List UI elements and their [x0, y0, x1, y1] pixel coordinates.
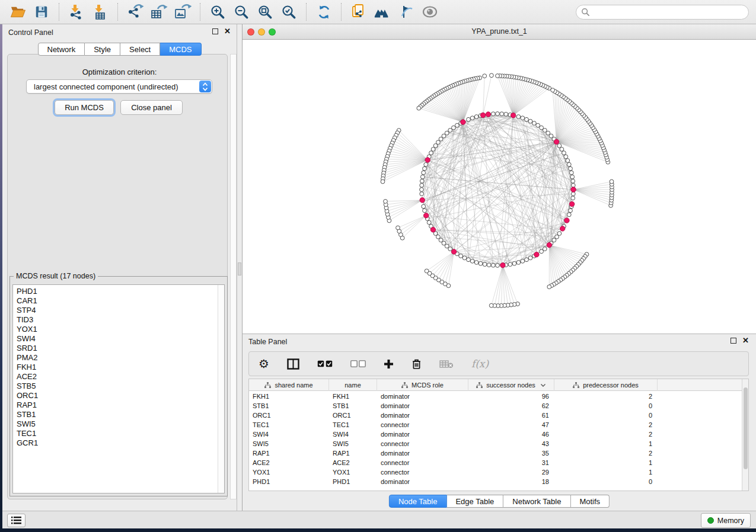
control-tab-mcds[interactable]: MCDS	[160, 43, 201, 56]
zoom-in-icon[interactable]	[209, 3, 227, 21]
select-all-columns-icon[interactable]	[317, 360, 333, 367]
table-row[interactable]: SWI5SWI5connector431	[249, 439, 742, 448]
mcds-result-item[interactable]: SRD1	[13, 344, 217, 353]
close-panel-icon[interactable]: ✕	[742, 338, 749, 344]
mcds-result-item[interactable]: TEC1	[13, 429, 217, 438]
table-tab-edge-table[interactable]: Edge Table	[446, 495, 503, 508]
import-table-icon[interactable]	[91, 3, 109, 21]
control-panel-scrollbar[interactable]	[230, 54, 237, 499]
column-header-shared-name[interactable]: shared name	[249, 379, 329, 391]
table-row[interactable]: FKH1FKH1dominator962	[249, 392, 742, 401]
table-scrollbar-thumb[interactable]	[744, 387, 748, 469]
network-from-selection-icon[interactable]	[350, 3, 368, 21]
float-panel-icon[interactable]	[212, 28, 218, 34]
control-tab-select[interactable]: Select	[120, 43, 160, 56]
open-file-icon[interactable]	[9, 3, 27, 21]
delete-table-icon[interactable]	[439, 360, 454, 368]
table-row[interactable]: PHD1PHD1dominator180	[249, 477, 742, 486]
table-tab-node-table[interactable]: Node Table	[389, 495, 447, 508]
mcds-result-item[interactable]: YOX1	[13, 325, 217, 334]
table-row[interactable]: ORC1ORC1dominator610	[249, 411, 742, 420]
table-cell: YOX1	[249, 467, 329, 477]
table-cell: dominator	[377, 477, 468, 486]
zoom-selected-icon[interactable]	[280, 3, 298, 21]
mcds-list-scrollbar[interactable]	[218, 285, 224, 493]
table-tab-network-table[interactable]: Network Table	[503, 495, 570, 508]
close-panel-icon[interactable]: ✕	[224, 28, 231, 34]
zoom-out-icon[interactable]	[232, 3, 250, 21]
save-session-icon[interactable]	[33, 3, 50, 21]
mcds-result-item[interactable]: GCR1	[13, 438, 217, 448]
zoom-fit-icon[interactable]	[256, 3, 274, 21]
optimization-criterion-select[interactable]: largest connected component (undirected)	[26, 79, 212, 94]
table-row[interactable]: ACE2ACE2connector311	[249, 458, 742, 467]
import-network-icon[interactable]	[68, 3, 85, 21]
table-cell: STB1	[249, 401, 329, 411]
table-cell: dominator	[377, 401, 468, 411]
run-mcds-button[interactable]: Run MCDS	[55, 100, 114, 115]
mcds-result-item[interactable]: SWI5	[13, 419, 217, 429]
table-row[interactable]: TEC1TEC1connector472	[249, 420, 742, 430]
show-columns-icon[interactable]	[287, 358, 299, 370]
table-settings-icon[interactable]: ⚙	[259, 358, 269, 370]
table-cell: ACE2	[249, 458, 329, 467]
close-panel-button[interactable]: Close panel	[120, 100, 183, 115]
show-graphics-details-icon[interactable]	[421, 3, 439, 21]
network-window-titlebar[interactable]: YPA_prune.txt_1	[243, 24, 756, 40]
mcds-result-item[interactable]: FKH1	[13, 363, 217, 372]
vertical-splitter[interactable]	[237, 24, 242, 511]
table-row[interactable]: RAP1RAP1dominator352	[249, 448, 742, 458]
table-cell: 1	[554, 467, 658, 477]
splitter-handle[interactable]	[238, 262, 241, 275]
table-cell: ORC1	[249, 411, 329, 420]
task-history-button[interactable]	[7, 514, 25, 527]
mcds-result-item[interactable]: PHD1	[13, 287, 217, 296]
table-panel-tabs: Node TableEdge TableNetwork TableMotifs	[389, 495, 610, 508]
mcds-result-item[interactable]: ORC1	[13, 391, 217, 400]
mcds-result-item[interactable]: PMA2	[13, 353, 217, 363]
export-image-icon[interactable]	[174, 3, 192, 21]
export-table-icon[interactable]	[150, 3, 168, 21]
table-row[interactable]: YOX1YOX1connector291	[249, 467, 742, 477]
control-tab-network[interactable]: Network	[37, 43, 85, 56]
delete-column-icon[interactable]	[412, 358, 422, 370]
table-cell: 29	[468, 467, 554, 477]
float-panel-icon[interactable]	[731, 338, 736, 344]
column-header-successor-nodes[interactable]: successor nodes	[468, 379, 554, 391]
search-field[interactable]	[576, 5, 749, 20]
table-row[interactable]: SWI4SWI4dominator462	[249, 430, 742, 439]
first-neighbors-icon[interactable]	[374, 3, 391, 21]
function-builder-icon[interactable]: f(x)	[471, 358, 489, 370]
mcds-result-item[interactable]: SWI4	[13, 334, 217, 344]
toolbar-separator	[306, 3, 307, 21]
mcds-result-item[interactable]: TID3	[13, 315, 217, 325]
column-header-name[interactable]: name	[329, 379, 377, 391]
mcds-result-item[interactable]: ACE2	[13, 372, 217, 382]
create-column-icon[interactable]	[384, 359, 394, 369]
network-window-title: YPA_prune.txt_1	[243, 27, 756, 36]
mcds-result-item[interactable]: STB1	[13, 410, 217, 419]
export-network-icon[interactable]	[126, 3, 144, 21]
table-cell: 46	[468, 430, 554, 439]
memory-button[interactable]: Memory	[701, 513, 751, 528]
network-graph-canvas[interactable]	[243, 40, 755, 333]
mcds-result-item[interactable]: RAP1	[13, 400, 217, 410]
attribute-type-icon	[401, 382, 408, 388]
hide-selected-icon[interactable]	[397, 3, 415, 21]
mcds-result-item[interactable]: STP4	[13, 306, 217, 315]
table-scrollbar[interactable]	[742, 379, 748, 491]
mcds-result-item[interactable]: STB5	[13, 382, 217, 391]
control-tab-style[interactable]: Style	[85, 43, 120, 56]
mcds-result-item[interactable]: CAR1	[13, 296, 217, 306]
search-input[interactable]	[593, 7, 748, 18]
refresh-icon[interactable]	[315, 3, 333, 21]
table-tab-motifs[interactable]: Motifs	[570, 495, 610, 508]
table-cell: SWI5	[249, 439, 329, 448]
unselect-all-columns-icon[interactable]	[350, 360, 366, 367]
status-bar: Memory	[2, 511, 756, 528]
column-header-predecessor-nodes[interactable]: predecessor nodes	[554, 379, 658, 391]
column-header-MCDS-role[interactable]: MCDS role	[377, 379, 468, 391]
table-cell: 0	[554, 401, 658, 411]
table-cell: FKH1	[329, 392, 377, 401]
table-row[interactable]: STB1STB1dominator620	[249, 401, 742, 411]
